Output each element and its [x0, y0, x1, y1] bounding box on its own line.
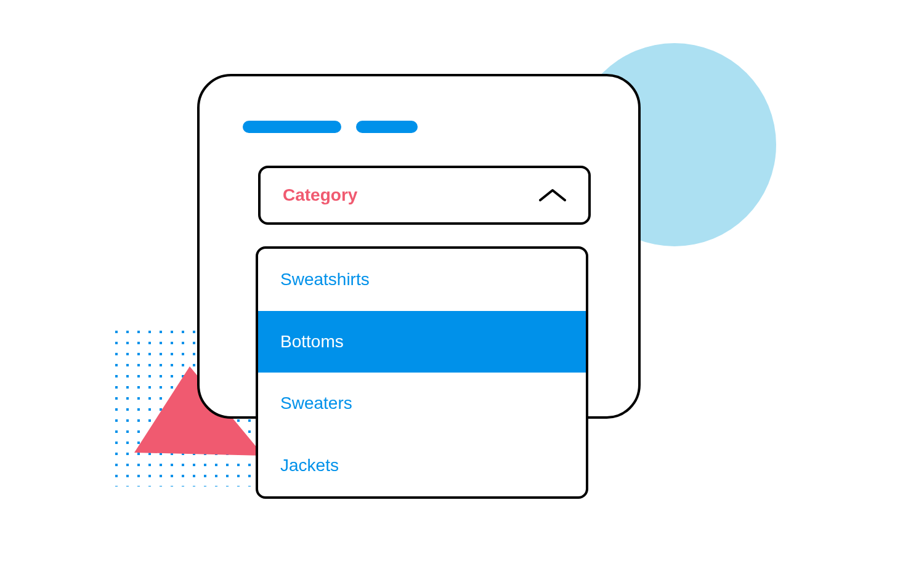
- category-dropdown-panel: Sweatshirts Bottoms Sweaters Jackets: [256, 246, 588, 499]
- illustration-stage: Category Sweatshirts Bottoms Sweaters Ja…: [0, 0, 924, 585]
- header-placeholder-bars: [243, 121, 418, 133]
- dropdown-option-sweaters[interactable]: Sweaters: [258, 373, 586, 435]
- dropdown-option-bottoms[interactable]: Bottoms: [258, 311, 586, 373]
- placeholder-bar: [243, 121, 341, 133]
- dropdown-option-label: Sweaters: [280, 393, 352, 413]
- dropdown-option-sweatshirts[interactable]: Sweatshirts: [258, 249, 586, 311]
- dropdown-label: Category: [283, 185, 357, 205]
- dropdown-option-jackets[interactable]: Jackets: [258, 435, 586, 497]
- dropdown-option-label: Jackets: [280, 456, 339, 475]
- dropdown-option-label: Sweatshirts: [280, 270, 370, 289]
- chevron-up-icon: [539, 188, 566, 203]
- category-dropdown-trigger[interactable]: Category: [258, 166, 591, 225]
- placeholder-bar: [356, 121, 418, 133]
- dropdown-option-label: Bottoms: [280, 332, 344, 352]
